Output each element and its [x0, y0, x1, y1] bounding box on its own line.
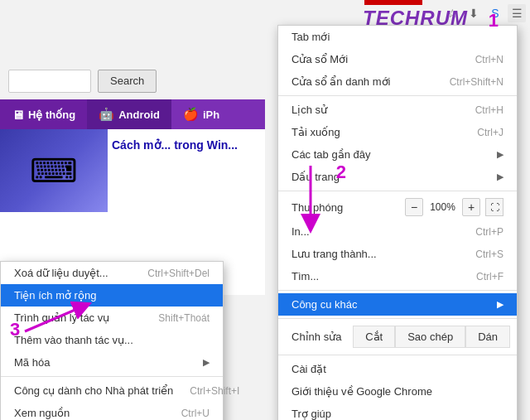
separator-3 [278, 290, 517, 291]
edit-row: Chỉnh sửa Cắt Sao chép Dán [278, 321, 517, 352]
menu-label-cua-so-an-danh: Cửa sổ ẩn danh mới [292, 75, 390, 88]
submenu-item-trinh-quan-ly[interactable]: Trình quản lý tác vụ Shift+Thoát [1, 307, 223, 329]
fullscreen-button[interactable]: ⛶ [485, 198, 504, 216]
arrow-cac-tab-gan-day: ▶ [497, 149, 504, 160]
zoom-plus-button[interactable]: + [462, 198, 480, 216]
shortcut-cua-so-moi: Ctrl+N [475, 54, 504, 65]
main-dropdown-menu: Tab mới Cửa sổ Mới Ctrl+N Cửa sổ ẩn danh… [277, 25, 518, 420]
menu-item-tro-giup[interactable]: Trợ giúp [278, 403, 517, 420]
menu-item-lich-su[interactable]: Lịch sử Ctrl+H [278, 99, 517, 121]
menu-label-gioi-thieu: Giới thiệu về Google Chrome [292, 385, 432, 398]
hethong-icon: 🖥 [12, 108, 24, 122]
zoom-minus-button[interactable]: − [405, 198, 423, 216]
nav-item-android[interactable]: 🤖 Android [87, 99, 171, 129]
submenu-label-cong-cu-danh-cho: Công cụ dành cho Nhà phát triển [14, 384, 173, 397]
zoom-controls: − 100% + ⛶ [405, 198, 504, 216]
menu-item-tai-xuong[interactable]: Tải xuống Ctrl+J [278, 121, 517, 143]
nav-label-apple: iPh [203, 109, 219, 121]
menu-item-cai-dat[interactable]: Cài đặt [278, 358, 517, 380]
menu-label-in: In... [292, 225, 310, 238]
menu-icon[interactable]: ☰ [508, 4, 526, 22]
arrow-cong-cu-khac: ▶ [497, 299, 504, 310]
submenu-sep-1 [1, 376, 223, 377]
separator-1 [278, 95, 517, 96]
submenu-cong-cu-khac: Xoá dữ liệu duyệt... Ctrl+Shift+Del Tiện… [0, 261, 224, 420]
apple-icon: 🍎 [183, 107, 199, 122]
shortcut-tim: Ctrl+F [476, 271, 504, 282]
shortcut-xoa-du-lieu: Ctrl+Shift+Del [147, 268, 210, 279]
menu-label-cai-dat: Cài đặt [292, 363, 326, 375]
submenu-label-trinh-quan-ly: Trình quản lý tác vụ [14, 311, 109, 324]
menu-item-cac-tab-gan-day[interactable]: Các tab gần đây ▶ [278, 143, 517, 166]
submenu-item-xoa-du-lieu[interactable]: Xoá dữ liệu duyệt... Ctrl+Shift+Del [1, 262, 223, 284]
submenu-label-tien-ich: Tiện ích mở rộng [14, 289, 96, 302]
article-thumbnail: ⌨ [0, 129, 108, 212]
cut-button[interactable]: Cắt [353, 326, 395, 348]
submenu-label-xoa-du-lieu: Xoá dữ liệu duyệt... [14, 267, 108, 279]
menu-item-dau-trang[interactable]: Dấu trang ▶ [278, 166, 517, 188]
paste-button[interactable]: Dán [465, 326, 510, 348]
shortcut-tai-xuong: Ctrl+J [477, 127, 504, 138]
submenu-item-xem-nguon[interactable]: Xem nguồn Ctrl+U [1, 402, 223, 420]
submenu-item-ma-hoa[interactable]: Mã hóa ▶ [1, 351, 223, 374]
submenu-item-them-vao[interactable]: Thêm vào thanh tác vụ... [1, 329, 223, 351]
keyboard-icon: ⌨ [30, 152, 78, 190]
separator-2 [278, 191, 517, 191]
shortcut-lich-su: Ctrl+H [475, 104, 504, 116]
nav-bar: 🖥 Hệ thống 🤖 Android 🍎 iPh [0, 99, 265, 129]
red-accent-line [364, 0, 422, 5]
search-button[interactable]: Search [98, 70, 157, 93]
arrow-dau-trang: ▶ [497, 171, 504, 182]
separator-4 [278, 318, 517, 319]
menu-label-cac-tab-gan-day: Các tab gần đây [292, 148, 370, 161]
zoom-label: Thu phóng [292, 201, 405, 214]
shortcut-cong-cu-danh-cho: Ctrl+Shift+I [190, 385, 239, 397]
nav-label-android: Android [118, 109, 160, 121]
shortcut-xem-nguon: Ctrl+U [181, 408, 210, 419]
submenu-item-cong-cu-danh-cho[interactable]: Công cụ dành cho Nhà phát triển Ctrl+Shi… [1, 379, 223, 402]
browser-toolbar: Search [0, 62, 265, 99]
search-input[interactable] [8, 70, 91, 93]
shortcut-luu-trang: Ctrl+S [475, 249, 504, 260]
arrow-ma-hoa: ▶ [203, 357, 210, 368]
menu-label-luu-trang: Lưu trang thành... [292, 248, 377, 260]
android-icon: 🤖 [99, 107, 114, 122]
shortcut-cua-so-an-danh: Ctrl+Shift+N [450, 76, 504, 88]
submenu-label-them-vao: Thêm vào thanh tác vụ... [14, 334, 133, 346]
nav-label-hethong: Hệ thống [28, 109, 75, 121]
menu-label-tab-moi: Tab mới [292, 31, 330, 43]
zoom-row: Thu phóng − 100% + ⛶ [278, 194, 517, 220]
menu-label-tai-xuong: Tải xuống [292, 126, 340, 138]
shortcut-trinh-quan-ly: Shift+Thoát [158, 312, 210, 324]
menu-label-cua-so-moi: Cửa sổ Mới [292, 53, 348, 65]
menu-item-cong-cu-khac[interactable]: Công cu khác ▶ [278, 293, 517, 316]
menu-item-luu-trang[interactable]: Lưu trang thành... Ctrl+S [278, 243, 517, 265]
nav-item-apple[interactable]: 🍎 iPh [171, 99, 231, 129]
menu-item-cua-so-an-danh[interactable]: Cửa sổ ẩn danh mới Ctrl+Shift+N [278, 70, 517, 93]
submenu-label-ma-hoa: Mã hóa [14, 356, 50, 369]
menu-item-gioi-thieu[interactable]: Giới thiệu về Google Chrome [278, 380, 517, 403]
extension-icon[interactable]: S [486, 4, 504, 22]
copy-button[interactable]: Sao chép [395, 326, 465, 348]
article-title[interactable]: Cách mở... trong Win... [112, 138, 261, 154]
menu-label-lich-su: Lịch sử [292, 104, 327, 116]
menu-label-tro-giup: Trợ giúp [292, 408, 331, 420]
menu-label-cong-cu-khac: Công cu khác [292, 298, 358, 311]
menu-label-dau-trang: Dấu trang [292, 171, 340, 183]
shortcut-in: Ctrl+P [475, 226, 504, 238]
menu-item-in[interactable]: In... Ctrl+P [278, 220, 517, 243]
submenu-item-tien-ich[interactable]: Tiện ích mở rộng [1, 284, 223, 307]
menu-item-tab-moi[interactable]: Tab mới [278, 26, 517, 48]
menu-item-cua-so-moi[interactable]: Cửa sổ Mới Ctrl+N [278, 48, 517, 70]
zoom-percent: 100% [428, 201, 457, 213]
menu-label-tim: Tìm... [292, 270, 319, 282]
separator-5 [278, 355, 517, 355]
menu-item-tim[interactable]: Tìm... Ctrl+F [278, 265, 517, 287]
submenu-label-xem-nguon: Xem nguồn [14, 407, 70, 419]
edit-label-text: Chỉnh sửa [285, 327, 353, 346]
nav-item-hethong[interactable]: 🖥 Hệ thống [0, 99, 87, 129]
